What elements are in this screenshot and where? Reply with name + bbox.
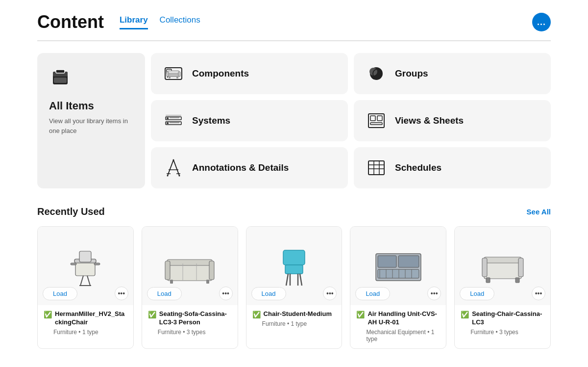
tab-library[interactable]: Library xyxy=(120,15,148,29)
page-header: Content Library Collections ... xyxy=(0,0,588,32)
item-info-0: ✅ HermanMiller_HV2_StackingChair Furnitu… xyxy=(38,305,133,341)
check-icon-0: ✅ xyxy=(44,311,52,318)
svg-rect-73 xyxy=(482,258,487,277)
svg-rect-45 xyxy=(71,263,76,265)
item-meta-3: Mechanical Equipment • 1 type xyxy=(366,329,440,342)
check-icon-2: ✅ xyxy=(252,311,261,318)
groups-icon xyxy=(366,63,387,84)
item-meta-2: Furniture • 1 type xyxy=(262,320,336,327)
all-items-card[interactable]: All Items View all your library items in… xyxy=(37,53,145,188)
recently-used-title: Recently Used xyxy=(37,206,105,217)
more-options-button[interactable]: ... xyxy=(532,13,551,31)
svg-line-57 xyxy=(286,274,288,286)
item-more-btn-0[interactable]: ••• xyxy=(115,287,128,300)
item-card-4: Load ••• ✅ Seating-Chair-Cassina-LC3 Fur… xyxy=(454,226,551,349)
systems-label: Systems xyxy=(192,115,230,126)
annotations-label: Annotations & Details xyxy=(192,162,289,173)
svg-rect-72 xyxy=(484,257,521,263)
svg-rect-62 xyxy=(378,256,396,267)
category-card-components[interactable]: Components xyxy=(151,53,348,94)
item-more-btn-4[interactable]: ••• xyxy=(532,287,545,300)
svg-rect-48 xyxy=(167,260,212,265)
item-actions-1: Load ••• xyxy=(142,287,238,300)
svg-line-42 xyxy=(80,276,83,286)
svg-rect-11 xyxy=(176,77,178,79)
load-button-1[interactable]: Load xyxy=(147,287,182,300)
item-name-2: Chair-Student-Medium xyxy=(264,310,332,318)
category-card-annotations[interactable]: Annotations & Details xyxy=(151,147,348,188)
systems-icon xyxy=(163,110,184,131)
item-name-4: Seating-Chair-Cassina-LC3 xyxy=(472,310,544,327)
item-card-0: Load ••• ✅ HermanMiller_HV2_StackingChai… xyxy=(37,226,134,349)
recently-used-header: Recently Used See All xyxy=(37,206,551,217)
item-info-4: ✅ Seating-Chair-Cassina-LC3 Furniture • … xyxy=(455,305,550,341)
item-meta-1: Furniture • 3 types xyxy=(158,329,232,336)
load-button-3[interactable]: Load xyxy=(355,287,390,300)
item-thumbnail-2: Load ••• xyxy=(246,227,342,305)
svg-rect-76 xyxy=(515,278,519,283)
item-name-1: Seating-Sofa-Cassina-LC3-3 Person xyxy=(159,310,232,327)
items-grid: Load ••• ✅ HermanMiller_HV2_StackingChai… xyxy=(37,226,551,349)
svg-rect-50 xyxy=(209,261,214,280)
svg-rect-34 xyxy=(368,161,384,175)
svg-rect-21 xyxy=(166,115,181,116)
item-meta-4: Furniture • 3 types xyxy=(470,329,544,336)
see-all-link[interactable]: See All xyxy=(527,208,551,216)
svg-rect-75 xyxy=(486,278,490,283)
svg-rect-41 xyxy=(79,251,91,262)
svg-rect-71 xyxy=(484,261,521,279)
svg-line-58 xyxy=(300,274,302,286)
item-info-2: ✅ Chair-Student-Medium Furniture • 1 typ… xyxy=(246,305,342,333)
category-card-views-sheets[interactable]: Views & Sheets xyxy=(354,100,551,141)
components-icon xyxy=(163,63,184,84)
category-grid: All Items View all your library items in… xyxy=(37,53,551,188)
check-icon-3: ✅ xyxy=(356,311,365,318)
svg-line-26 xyxy=(168,160,173,176)
svg-rect-2 xyxy=(56,70,65,73)
svg-rect-25 xyxy=(370,123,382,125)
all-items-title: All Items xyxy=(49,100,94,112)
tab-collections[interactable]: Collections xyxy=(160,15,200,29)
item-name-3: Air Handling Unit-CVS-AH U-R-01 xyxy=(368,310,440,327)
schedules-label: Schedules xyxy=(395,162,441,173)
svg-point-32 xyxy=(179,175,180,177)
item-more-btn-3[interactable]: ••• xyxy=(427,287,441,300)
svg-rect-20 xyxy=(170,123,179,124)
category-card-systems[interactable]: Systems xyxy=(151,100,348,141)
item-more-btn-1[interactable]: ••• xyxy=(219,287,233,300)
check-icon-4: ✅ xyxy=(461,311,469,318)
item-name-row-1: ✅ Seating-Sofa-Cassina-LC3-3 Person xyxy=(148,310,232,327)
item-name-row-4: ✅ Seating-Chair-Cassina-LC3 xyxy=(461,310,544,327)
main-content: All Items View all your library items in… xyxy=(0,41,588,361)
item-name-0: HermanMiller_HV2_StackingChair xyxy=(55,310,127,327)
item-more-btn-2[interactable]: ••• xyxy=(323,287,337,300)
svg-rect-10 xyxy=(169,77,171,79)
item-name-row-2: ✅ Chair-Student-Medium xyxy=(252,310,336,318)
svg-point-31 xyxy=(167,175,169,177)
item-thumbnail-1: Load ••• xyxy=(142,227,238,305)
header-left: Content Library Collections xyxy=(37,12,200,32)
schedules-icon xyxy=(366,157,387,179)
all-items-icon xyxy=(49,67,72,94)
item-info-3: ✅ Air Handling Unit-CVS-AH U-R-01 Mechan… xyxy=(350,305,446,348)
svg-rect-47 xyxy=(167,263,212,281)
category-card-groups[interactable]: Groups xyxy=(354,53,551,94)
item-card-3: Load ••• ✅ Air Handling Unit-CVS-AH U-R-… xyxy=(350,226,446,349)
svg-rect-17 xyxy=(170,118,179,119)
svg-rect-74 xyxy=(518,258,523,277)
load-button-2[interactable]: Load xyxy=(251,287,286,300)
all-items-desc: View all your library items in one place xyxy=(49,116,133,135)
item-meta-0: Furniture • 1 type xyxy=(53,329,127,336)
category-card-schedules[interactable]: Schedules xyxy=(354,147,551,188)
svg-rect-64 xyxy=(378,269,419,278)
svg-rect-63 xyxy=(398,256,419,267)
item-thumbnail-4: Load ••• xyxy=(455,227,550,305)
load-button-4[interactable]: Load xyxy=(460,287,494,300)
load-button-0[interactable]: Load xyxy=(43,287,77,300)
item-actions-2: Load ••• xyxy=(246,287,342,300)
svg-rect-24 xyxy=(377,116,382,121)
item-card-1: Load ••• ✅ Seating-Sofa-Cassina-LC3-3 Pe… xyxy=(142,226,238,349)
check-icon-1: ✅ xyxy=(148,311,156,318)
svg-line-43 xyxy=(87,276,90,286)
svg-line-27 xyxy=(173,160,179,176)
